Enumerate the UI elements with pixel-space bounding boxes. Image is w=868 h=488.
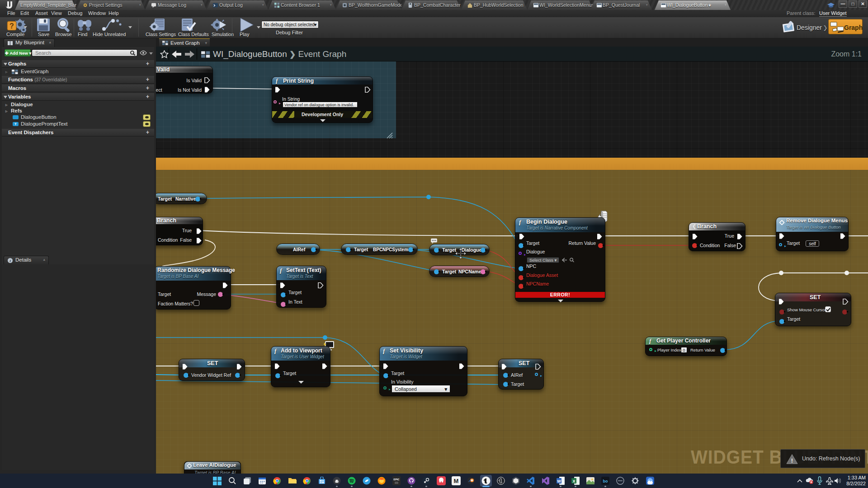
svg-text:X: X — [572, 479, 575, 483]
svg-text:?: ? — [9, 22, 14, 30]
svg-text:W: W — [557, 479, 561, 483]
svg-text:M: M — [454, 478, 459, 484]
svg-text:!: ! — [791, 457, 793, 464]
svg-text:bo: bo — [603, 479, 608, 483]
svg-text:EPIC: EPIC — [394, 478, 400, 481]
